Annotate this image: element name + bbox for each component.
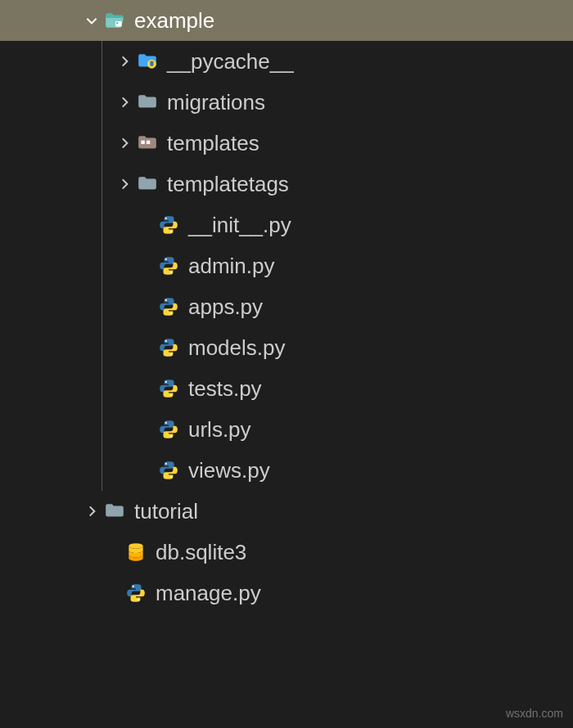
file-label: urls.py <box>188 417 251 443</box>
svg-point-6 <box>170 231 172 232</box>
python-icon <box>157 418 180 441</box>
svg-point-15 <box>165 422 167 424</box>
database-icon <box>124 541 147 564</box>
chevron-right-icon <box>115 92 134 112</box>
watermark: wsxdn.com <box>506 707 563 720</box>
svg-point-14 <box>170 394 172 396</box>
svg-rect-3 <box>141 141 144 144</box>
svg-point-13 <box>165 381 167 383</box>
tree-file-views[interactable]: views.py <box>0 450 573 491</box>
tree-folder-pycache[interactable]: __pycache__ <box>0 41 573 82</box>
tree-folder-migrations[interactable]: migrations <box>0 82 573 123</box>
python-icon <box>157 377 180 400</box>
svg-point-7 <box>165 258 167 260</box>
svg-point-21 <box>138 599 139 600</box>
svg-point-16 <box>170 435 172 437</box>
file-label: views.py <box>188 458 270 483</box>
python-icon <box>124 582 147 604</box>
tree-file-models[interactable]: models.py <box>0 327 573 368</box>
file-label: manage.py <box>156 581 261 606</box>
file-label: models.py <box>188 335 286 361</box>
svg-point-18 <box>170 476 172 478</box>
file-label: admin.py <box>188 254 275 279</box>
chevron-right-icon <box>115 133 134 153</box>
svg-point-5 <box>165 218 167 219</box>
folder-label: tutorial <box>134 499 198 524</box>
folder-label: __pycache__ <box>167 49 294 74</box>
svg-point-9 <box>165 299 167 301</box>
chevron-down-icon <box>82 11 102 30</box>
svg-point-8 <box>170 272 172 273</box>
svg-point-20 <box>133 586 134 587</box>
svg-rect-4 <box>147 141 150 144</box>
svg-point-19 <box>129 543 142 549</box>
file-label: db.sqlite3 <box>156 540 246 565</box>
tree-file-tests[interactable]: tests.py <box>0 368 573 409</box>
svg-point-17 <box>165 463 167 465</box>
python-icon <box>157 459 180 482</box>
tree-file-init[interactable]: __init__.py <box>0 204 573 245</box>
tree-folder-templatetags[interactable]: templatetags <box>0 164 573 204</box>
svg-point-10 <box>170 312 172 314</box>
tree-file-urls[interactable]: urls.py <box>0 409 573 450</box>
python-icon <box>157 213 180 236</box>
file-label: tests.py <box>188 376 262 402</box>
folder-label: example <box>134 8 214 34</box>
folder-label: migrations <box>167 90 265 115</box>
folder-templates-icon <box>136 132 159 155</box>
tree-file-admin[interactable]: admin.py <box>0 245 573 286</box>
svg-rect-1 <box>116 22 118 24</box>
tree-file-apps[interactable]: apps.py <box>0 286 573 327</box>
tree-folder-tutorial[interactable]: tutorial <box>0 491 573 532</box>
chevron-right-icon <box>82 501 102 521</box>
folder-icon <box>103 500 126 523</box>
file-tree: example __pycache__ migrations t <box>0 0 573 613</box>
python-icon <box>157 336 180 359</box>
svg-point-11 <box>165 340 167 342</box>
folder-icon <box>136 91 159 114</box>
chevron-right-icon <box>115 52 134 71</box>
folder-label: templates <box>167 131 259 156</box>
tree-folder-templates[interactable]: templates <box>0 123 573 164</box>
file-label: apps.py <box>188 294 263 320</box>
tree-folder-example[interactable]: example <box>0 0 573 41</box>
python-icon <box>157 295 180 318</box>
python-icon <box>157 254 180 277</box>
svg-point-12 <box>170 353 172 355</box>
folder-open-icon <box>103 9 126 32</box>
folder-icon <box>136 173 159 195</box>
folder-label: templatetags <box>167 172 289 197</box>
folder-pycache-icon <box>136 50 159 73</box>
tree-file-dbsqlite[interactable]: db.sqlite3 <box>0 532 573 573</box>
tree-file-manage[interactable]: manage.py <box>0 573 573 613</box>
chevron-right-icon <box>115 174 134 194</box>
file-label: __init__.py <box>188 213 291 238</box>
